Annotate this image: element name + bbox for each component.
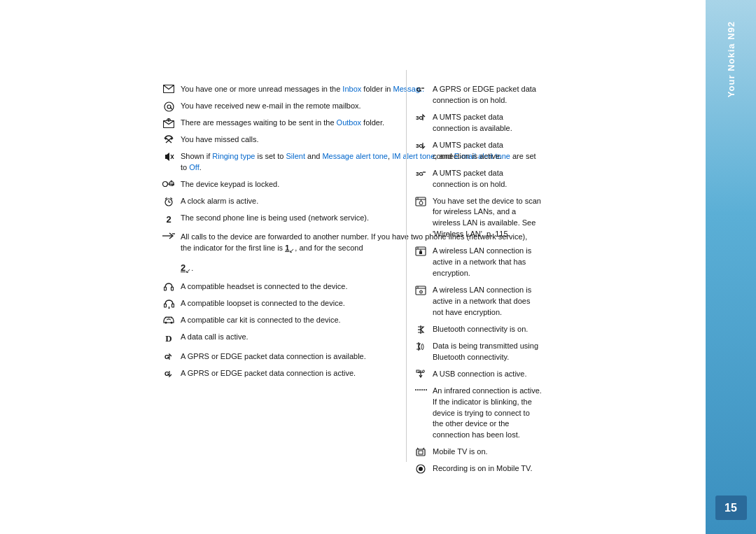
text-bluetooth-data: Data is being transmitted using Bluetoot… <box>433 341 542 363</box>
svg-point-57 <box>423 370 425 372</box>
svg-point-27 <box>171 322 173 324</box>
link-silent[interactable]: Silent <box>286 152 305 160</box>
umts-active-icon: 3G <box>413 140 428 150</box>
phone-missed-icon <box>161 134 176 145</box>
number-2-icon: 2 <box>161 213 176 227</box>
entry-bluetooth-on: Bluetooth connectivity is on. <box>413 324 542 335</box>
record-icon <box>413 463 428 474</box>
svg-point-49 <box>421 291 421 292</box>
svg-point-63 <box>426 389 427 391</box>
svg-point-26 <box>165 322 167 324</box>
gprs-active-icon: G <box>161 368 176 379</box>
infrared-icon <box>413 386 428 393</box>
envelope-icon <box>161 84 176 93</box>
svg-point-61 <box>421 389 423 391</box>
text-wlan-scan: You have set the device to scan for wire… <box>433 196 542 241</box>
sidebar-right: Your Nokia N92 15 <box>706 0 756 534</box>
entry-recording: Recording is on in Mobile TV. <box>413 463 542 475</box>
link-inbox[interactable]: Inbox <box>342 85 361 93</box>
entry-gprs-hold: G A GPRS or EDGE packet data connection … <box>413 84 542 106</box>
svg-point-39 <box>419 201 423 204</box>
text-bluetooth-on: Bluetooth connectivity is on. <box>433 324 542 335</box>
svg-text:G: G <box>164 370 169 377</box>
text-infrared: An infrared connection is active. If the… <box>433 386 542 442</box>
umts-hold-icon: 3G <box>413 168 428 178</box>
page-number: 15 <box>715 496 747 520</box>
entry-wlan-scan: You have set the device to scan for wire… <box>413 196 542 241</box>
svg-point-2 <box>167 105 171 108</box>
entry-infrared: An infrared connection is active. If the… <box>413 386 542 442</box>
svg-text:G: G <box>164 353 169 360</box>
svg-point-58 <box>415 389 416 391</box>
loopset-icon <box>161 298 176 309</box>
link-message-alert[interactable]: Message alert tone <box>322 152 388 160</box>
bluetooth-icon <box>413 324 428 335</box>
umts-avail-icon: 3G <box>413 112 428 122</box>
svg-text:3G: 3G <box>416 115 424 121</box>
svg-point-1 <box>164 102 174 111</box>
gprs-hold-icon: G <box>413 84 428 94</box>
svg-rect-44 <box>419 251 422 254</box>
sidebar-title: Your Nokia N92 <box>726 21 736 97</box>
circle-at-icon <box>161 101 176 112</box>
svg-rect-67 <box>419 451 423 454</box>
text-umts-active: A UMTS packet data connection is active. <box>433 140 542 162</box>
entry-umts-hold: 3G A UMTS packet data connection is on h… <box>413 168 542 190</box>
number-2-label: 2 <box>166 213 171 227</box>
text-recording: Recording is on in Mobile TV. <box>433 463 542 475</box>
svg-rect-64 <box>416 449 425 456</box>
svg-text:): ) <box>422 343 424 350</box>
svg-point-62 <box>424 389 425 391</box>
svg-point-69 <box>419 467 423 471</box>
text-umts-available: A UMTS packet data connection is availab… <box>433 112 542 134</box>
text-wlan-no-encrypt: A wireless LAN connection is active in a… <box>433 285 542 318</box>
wlan-enc-icon <box>413 246 428 256</box>
entry-usb-active: A USB connection is active. <box>413 369 542 380</box>
text-wlan-encrypted: A wireless LAN connection is active in a… <box>433 246 542 279</box>
link-ringing-type[interactable]: Ringing type <box>212 152 255 160</box>
text-mobile-tv: Mobile TV is on. <box>433 447 542 458</box>
key-lock-icon <box>161 179 176 188</box>
svg-text:3G: 3G <box>416 143 424 149</box>
svg-rect-56 <box>416 370 419 372</box>
right-column: G A GPRS or EDGE packet data connection … <box>413 84 542 480</box>
usb-icon <box>413 369 428 378</box>
column-divider <box>406 70 407 462</box>
alarm-icon <box>161 196 176 206</box>
svg-point-60 <box>419 389 421 391</box>
headset-icon <box>161 281 176 292</box>
sound-icon <box>161 151 176 162</box>
svg-text:3G: 3G <box>416 171 424 177</box>
entry-umts-available: 3G A UMTS packet data connection is avai… <box>413 112 542 134</box>
wlan-scan-icon <box>413 196 428 206</box>
svg-point-8 <box>163 181 168 186</box>
text-usb-active: A USB connection is active. <box>433 369 542 380</box>
link-off[interactable]: Off <box>189 163 199 171</box>
upload-icon <box>161 118 176 128</box>
entry-umts-active: 3G A UMTS packet data connection is acti… <box>413 140 542 162</box>
text-gprs-hold: A GPRS or EDGE packet data connection is… <box>433 84 542 106</box>
car-icon <box>161 315 176 324</box>
entry-wlan-no-encrypt: A wireless LAN connection is active in a… <box>413 285 542 318</box>
text-umts-hold: A UMTS packet data connection is on hold… <box>433 168 542 190</box>
page-container: You have one or more unread messages in … <box>0 0 756 534</box>
bluetooth-data-icon: ( ) <box>413 341 428 351</box>
svg-text:G: G <box>416 86 421 93</box>
d-letter-icon: D <box>161 332 176 346</box>
entry-wlan-encrypted: A wireless LAN connection is active in a… <box>413 246 542 279</box>
entry-bluetooth-data: ( ) Data is being transmitted using Blue… <box>413 341 542 363</box>
link-outbox[interactable]: Outbox <box>337 118 361 127</box>
wlan-open-icon <box>413 285 428 295</box>
entry-mobile-tv: Mobile TV is on. <box>413 447 542 458</box>
svg-point-59 <box>417 389 419 391</box>
mobile-tv-icon <box>413 447 428 457</box>
gprs-avail-icon: G <box>161 351 176 362</box>
forward-arrow-icon <box>161 232 176 239</box>
d-letter: D <box>165 332 172 346</box>
svg-point-25 <box>168 308 169 309</box>
